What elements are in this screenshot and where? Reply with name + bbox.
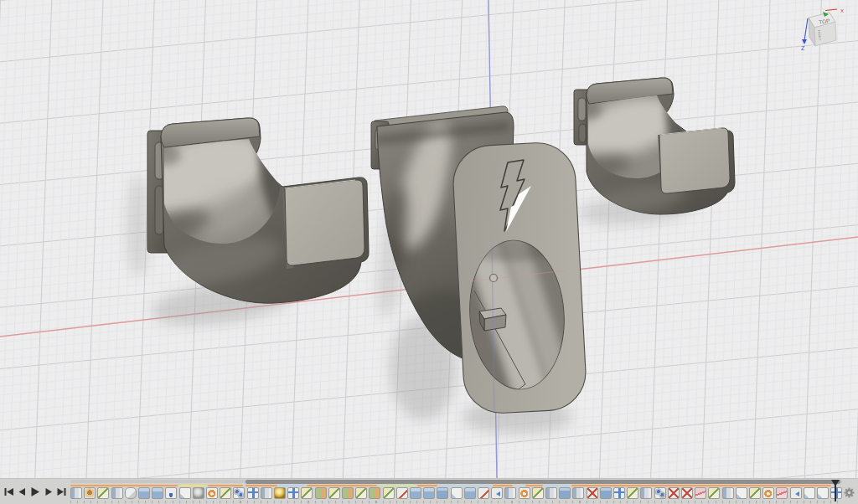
timeline-step-back-button[interactable] (16, 485, 29, 498)
timeline-feature-plane[interactable] (736, 487, 747, 499)
timeline-feature-sketch[interactable] (572, 487, 584, 499)
timeline-group-bar (307, 485, 377, 487)
timeline-feature-move[interactable] (287, 487, 299, 499)
timeline-feature-point[interactable] (165, 487, 177, 499)
timeline-feature-sketch-edit[interactable] (749, 487, 761, 499)
timeline-group-bar (571, 485, 831, 487)
timeline-feature-sketch-edit[interactable] (532, 487, 544, 499)
timeline-group-bar (439, 485, 490, 487)
axis-x-label: X (840, 8, 844, 13)
timeline-feature-joint[interactable] (654, 487, 666, 499)
timeline-feature-move[interactable] (247, 487, 259, 499)
timeline-feature-plane[interactable] (804, 487, 815, 499)
timeline-group-bar (545, 485, 570, 487)
timeline-group-bar (246, 485, 277, 487)
timeline-feature-suppress[interactable] (587, 487, 598, 499)
timeline-feature-combine-cut[interactable] (396, 487, 408, 499)
fusion-canvas-window: TOP FRONT X Z (0, 0, 858, 504)
timeline-feature-box[interactable] (559, 487, 571, 499)
timeline-group-bar (208, 485, 243, 487)
axis-z-label: Z (801, 45, 805, 51)
timeline-feature-sketch-edit[interactable] (301, 487, 313, 499)
timeline-feature-sketch[interactable] (111, 487, 123, 499)
timeline-feature-combine[interactable] (369, 487, 380, 499)
timeline-feature-extrude[interactable] (152, 487, 163, 499)
timeline-feature-combine[interactable] (315, 487, 327, 499)
timeline-group-bar (179, 485, 206, 487)
timeline-scrollbar[interactable] (246, 480, 840, 484)
timeline-feature-sketch-edit[interactable] (708, 487, 720, 499)
timeline-group-bar (493, 485, 513, 487)
timeline-feature-sphere[interactable] (193, 487, 204, 499)
timeline-feature-replace-face[interactable] (776, 487, 788, 499)
hook-right-slot2 (579, 124, 586, 142)
timeline-group-bar (279, 485, 305, 487)
timeline-bar (0, 478, 858, 504)
timeline-feature-extrude[interactable] (138, 487, 150, 499)
timeline-feature-sketch-edit[interactable] (97, 487, 109, 499)
timeline-feature-extrude[interactable] (423, 487, 435, 499)
timeline-feature-extrude[interactable] (464, 487, 476, 499)
timeline-group-bar (525, 485, 543, 487)
timeline-skip-start-button[interactable] (3, 485, 17, 498)
hook-left-slot2 (155, 186, 163, 234)
timeline-feature-plane[interactable] (817, 487, 829, 499)
timeline-feature-fillet[interactable] (125, 487, 137, 499)
hook-left-front-plate[interactable] (285, 180, 364, 265)
timeline-feature-sketch-edit[interactable] (355, 487, 367, 499)
timeline-feature-combine-cut[interactable] (478, 487, 489, 499)
timeline-feature-sketch-edit[interactable] (220, 487, 231, 499)
timeline-feature-extrude[interactable] (410, 487, 421, 499)
timeline-feature-joint[interactable] (233, 487, 245, 499)
timeline-ticks (70, 501, 843, 504)
timeline-feature-box[interactable] (600, 487, 612, 499)
timeline-feature-reverse[interactable] (491, 487, 503, 499)
timeline-playhead-stem[interactable] (835, 480, 836, 501)
viewport-3d[interactable]: TOP FRONT X Z (0, 0, 858, 478)
timeline-feature-sketch-edit[interactable] (383, 487, 395, 499)
timeline-feature-combine[interactable] (342, 487, 354, 499)
timeline-feature-move[interactable] (830, 487, 842, 499)
timeline-feature-sketch[interactable] (504, 487, 516, 499)
timeline-play-button[interactable] (28, 485, 42, 498)
timeline-feature-sketch[interactable] (640, 487, 652, 499)
timeline-group-bar (417, 485, 437, 487)
timeline-feature-replace-face[interactable] (695, 487, 706, 499)
timeline-feature-plane[interactable] (451, 487, 463, 499)
timeline-feature-suppress[interactable] (681, 487, 693, 499)
timeline-feature-move[interactable] (613, 487, 625, 499)
timeline-feature-sketch-edit[interactable] (328, 487, 340, 499)
timeline-skip-end-button[interactable] (55, 485, 69, 498)
timeline-feature-box[interactable] (437, 487, 448, 499)
timeline-step-forward-button[interactable] (43, 485, 56, 498)
timeline-settings-gear-icon[interactable] (844, 486, 855, 501)
timeline-feature-appearance[interactable] (274, 487, 286, 499)
timeline-feature-suppress[interactable] (668, 487, 680, 499)
hook-right-slot (578, 98, 586, 121)
timeline-feature-sketch-edit[interactable] (627, 487, 638, 499)
hook-right-front-plate[interactable] (659, 128, 730, 193)
timeline-feature-hole[interactable] (84, 487, 96, 499)
timeline-group-bar (70, 485, 178, 487)
timeline-feature-plane[interactable] (179, 487, 191, 499)
timeline-feature-press-pull[interactable] (206, 487, 218, 499)
timeline-feature-sketch[interactable] (70, 487, 82, 499)
timeline-feature-reverse[interactable] (790, 487, 802, 499)
timeline-feature-press-pull[interactable] (519, 487, 530, 499)
timeline-feature-sketch[interactable] (545, 487, 557, 499)
timeline-feature-sketch[interactable] (722, 487, 734, 499)
timeline-feature-sketch[interactable] (261, 487, 272, 499)
timeline-feature-press-pull[interactable] (762, 487, 774, 499)
timeline-group-bar (379, 485, 416, 487)
origin-point[interactable] (490, 275, 498, 282)
